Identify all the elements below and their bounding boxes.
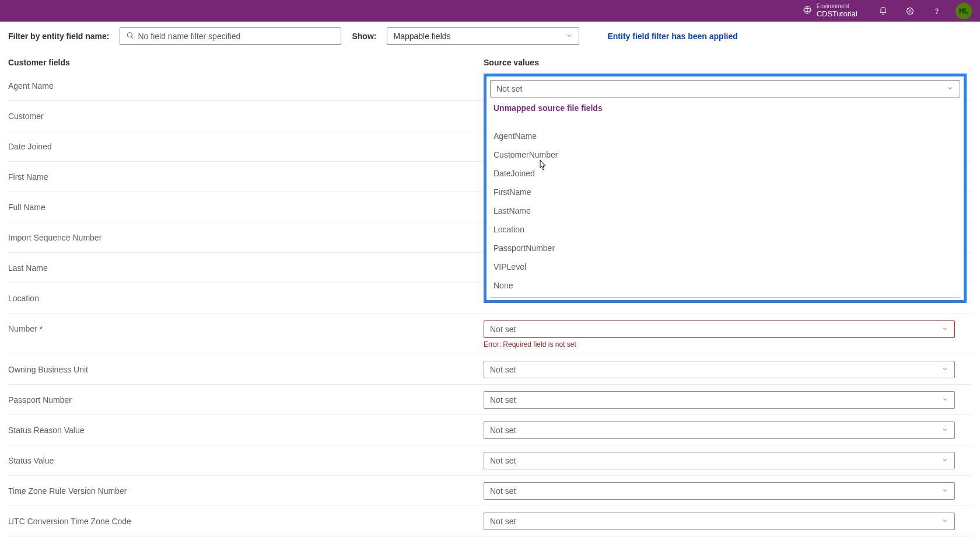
source-select[interactable]: Not set — [484, 361, 955, 378]
environment-name: CDSTutorial — [817, 10, 858, 18]
field-label: Customer — [8, 112, 484, 121]
dropdown-option[interactable]: None — [490, 276, 960, 295]
field-label: Import Sequence Number — [8, 233, 484, 242]
svg-point-2 — [909, 10, 911, 12]
source-select[interactable]: Not set — [484, 421, 955, 439]
filter-input-wrap — [120, 27, 341, 45]
show-select[interactable]: Mappable fields — [387, 27, 579, 45]
source-select[interactable]: Not set — [484, 452, 955, 469]
filter-by-label: Filter by entity field name: — [8, 32, 109, 41]
field-label: First Name — [8, 172, 484, 182]
field-row: Passport NumberNot set — [8, 385, 972, 415]
svg-point-4 — [128, 33, 132, 37]
search-icon — [125, 31, 135, 42]
help-icon[interactable] — [929, 3, 945, 19]
dropdown-section-title: Unmapped source file fields — [490, 97, 960, 115]
show-select-value: Mappable fields — [393, 32, 450, 41]
dropdown-option[interactable]: VIPLevel — [490, 257, 960, 276]
source-cell: Not set — [484, 482, 972, 500]
field-label: Date Joined — [8, 142, 484, 151]
chevron-down-icon — [942, 325, 949, 334]
field-label: Status Value — [8, 456, 484, 465]
field-row: Owning Business UnitNot set — [8, 354, 972, 385]
dropdown-option[interactable]: PassportNumber — [490, 239, 960, 257]
field-label: Time Zone Rule Version Number — [8, 486, 484, 496]
field-label: Last Name — [8, 263, 484, 273]
field-label: Status Reason Value — [8, 426, 484, 435]
source-cell: Not set — [484, 361, 972, 378]
filter-bar: Filter by entity field name: Show: Mappa… — [0, 22, 980, 47]
source-cell: Not setError: Required field is not set — [484, 320, 972, 349]
filter-applied-message: Entity field filter has been applied — [607, 32, 737, 41]
source-select-value: Not set — [490, 456, 516, 465]
source-dropdown-select[interactable]: Not set — [490, 80, 960, 97]
chevron-down-icon — [942, 395, 949, 405]
dropdown-option[interactable]: AgentName — [490, 127, 960, 145]
source-dropdown-value: Not set — [496, 84, 522, 93]
field-row: Status Reason ValueNot set — [8, 415, 972, 445]
field-label: Owning Business Unit — [8, 365, 484, 374]
dropdown-option[interactable]: DateJoined — [490, 164, 960, 183]
gear-icon[interactable] — [902, 3, 918, 19]
field-row: Time Zone Rule Version NumberNot set — [8, 476, 972, 506]
field-row: Status ValueNot set — [8, 445, 972, 476]
field-row: UTC Conversion Time Zone CodeNot set — [8, 506, 972, 536]
field-label: Passport Number — [8, 395, 484, 405]
source-cell: Not set — [484, 452, 972, 469]
dropdown-separator — [490, 297, 960, 298]
dropdown-option[interactable]: LastName — [490, 201, 960, 220]
chevron-down-icon — [942, 456, 949, 465]
chevron-down-icon — [942, 426, 949, 435]
notifications-icon[interactable] — [875, 3, 891, 19]
chevron-down-icon — [947, 84, 954, 93]
field-label: Number * — [8, 320, 484, 333]
field-error-message: Error: Required field is not set — [484, 340, 972, 349]
source-select[interactable]: Not set — [484, 391, 955, 409]
field-label: Location — [8, 294, 484, 303]
source-cell: Not set — [484, 421, 972, 439]
show-label: Show: — [352, 32, 376, 41]
svg-point-3 — [936, 13, 937, 13]
field-label: UTC Conversion Time Zone Code — [8, 517, 484, 526]
filter-input[interactable] — [120, 27, 341, 45]
app-top-bar: Environment CDSTutorial HL — [0, 0, 980, 22]
source-select-value: Not set — [490, 395, 516, 405]
environment-icon — [803, 5, 812, 16]
source-select-value: Not set — [490, 426, 516, 435]
source-dropdown-open: Not set Unmapped source file fields Agen… — [484, 74, 967, 303]
source-select[interactable]: Not set — [484, 482, 955, 500]
column-headers: Customer fields Source values — [0, 47, 980, 71]
source-select[interactable]: Not set — [484, 513, 955, 530]
source-select-value: Not set — [490, 517, 516, 526]
source-values-header: Source values — [484, 58, 972, 67]
environment-indicator[interactable]: Environment CDSTutorial — [803, 4, 858, 18]
source-select-value: Not set — [490, 325, 516, 334]
source-select[interactable]: Not set — [484, 320, 955, 338]
chevron-down-icon — [942, 486, 949, 496]
source-cell: Not set — [484, 391, 972, 409]
source-select-value: Not set — [490, 486, 516, 496]
source-select-value: Not set — [490, 365, 516, 374]
chevron-down-icon — [942, 365, 949, 374]
customer-fields-header: Customer fields — [8, 58, 484, 67]
chevron-down-icon — [566, 32, 573, 41]
field-row: Number *Not setError: Required field is … — [8, 313, 972, 354]
source-cell: Not set — [484, 513, 972, 530]
dropdown-option[interactable]: CustomerNumber — [490, 145, 960, 164]
dropdown-option[interactable]: Location — [490, 220, 960, 239]
field-label: Full Name — [8, 203, 484, 212]
avatar[interactable]: HL — [956, 3, 972, 19]
chevron-down-icon — [942, 517, 949, 526]
dropdown-option[interactable]: FirstName — [490, 183, 960, 201]
field-label: Agent Name — [8, 81, 484, 90]
